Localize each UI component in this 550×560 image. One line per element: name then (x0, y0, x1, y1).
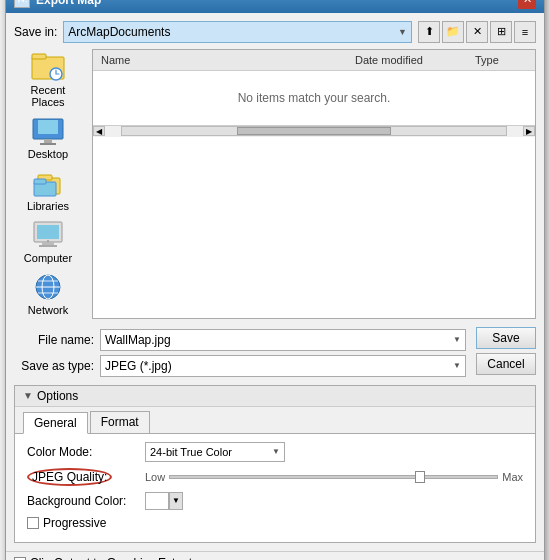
sidebar-item-label: Network (28, 304, 68, 316)
file-name-arrow: ▼ (453, 335, 461, 344)
export-map-dialog: 🗺 Export Map ✕ Save in: ArcMapDocuments … (5, 0, 545, 560)
sidebar-item-desktop[interactable]: Desktop (14, 113, 82, 163)
save-in-arrow: ▼ (398, 27, 407, 37)
background-color-row: Background Color: ▼ (27, 492, 523, 510)
options-label: Options (37, 389, 78, 403)
sidebar-item-label: Libraries (27, 200, 69, 212)
filename-and-saveas: File name: WallMap.jpg ▼ Save as type: J… (14, 325, 466, 377)
file-name-row: File name: WallMap.jpg ▼ (14, 329, 466, 351)
color-mode-select[interactable]: 24-bit True Color ▼ (145, 442, 285, 462)
column-type: Type (471, 52, 531, 68)
color-mode-value: 24-bit True Color (150, 446, 232, 458)
svg-rect-6 (40, 143, 56, 145)
tab-general[interactable]: General (23, 412, 88, 434)
file-list-body: No items match your search. (93, 71, 535, 125)
svg-rect-14 (39, 245, 57, 247)
jpeg-quality-label: JPEG Quality: (27, 468, 137, 486)
libraries-icon (30, 168, 66, 198)
new-folder-button[interactable]: 📁 (442, 21, 464, 43)
scroll-left-button[interactable]: ◀ (93, 126, 105, 136)
file-list-area: Name Date modified Type No items match y… (92, 49, 536, 319)
clip-output-checkbox[interactable] (14, 557, 26, 561)
file-name-value: WallMap.jpg (105, 333, 171, 347)
sidebar-item-label: Desktop (28, 148, 68, 160)
nav-up-button[interactable]: ⬆ (418, 21, 440, 43)
background-color-picker: ▼ (145, 492, 183, 510)
save-button[interactable]: Save (476, 327, 536, 349)
scrollbar-thumb[interactable] (237, 127, 391, 135)
sidebar-item-network[interactable]: Network (14, 269, 82, 319)
sidebar: Recent Places Desktop (14, 49, 86, 319)
file-name-input[interactable]: WallMap.jpg ▼ (100, 329, 466, 351)
view-button[interactable]: ⊞ (490, 21, 512, 43)
horizontal-scrollbar[interactable]: ◀ ▶ (93, 125, 535, 137)
save-as-row: Save as type: JPEG (*.jpg) ▼ (14, 355, 466, 377)
color-swatch[interactable] (145, 492, 169, 510)
dialog-title: Export Map (36, 0, 101, 7)
save-in-row: Save in: ArcMapDocuments ▼ ⬆ 📁 ✕ ⊞ ≡ (14, 21, 536, 43)
dialog-body: Save in: ArcMapDocuments ▼ ⬆ 📁 ✕ ⊞ ≡ (6, 13, 544, 551)
progressive-label: Progressive (43, 516, 106, 530)
svg-rect-10 (34, 179, 46, 184)
sidebar-item-computer[interactable]: Computer (14, 217, 82, 267)
svg-rect-12 (37, 225, 59, 239)
action-buttons: Save Cancel (476, 327, 536, 375)
file-list-header: Name Date modified Type (93, 50, 535, 71)
svg-point-15 (47, 240, 49, 242)
desktop-icon (30, 116, 66, 146)
jpeg-quality-slider: Low Max (145, 471, 523, 483)
jpeg-quality-oval: JPEG Quality: (27, 468, 112, 486)
svg-rect-5 (44, 139, 52, 143)
sidebar-item-label: Computer (24, 252, 72, 264)
file-name-label: File name: (14, 333, 94, 347)
network-icon (30, 272, 66, 302)
color-mode-row: Color Mode: 24-bit True Color ▼ (27, 442, 523, 462)
save-in-label: Save in: (14, 25, 57, 39)
slider-thumb[interactable] (415, 471, 425, 483)
save-as-input[interactable]: JPEG (*.jpg) ▼ (100, 355, 466, 377)
dialog-icon: 🗺 (14, 0, 30, 8)
options-toggle[interactable]: ▼ (23, 390, 33, 401)
scrollbar-track (121, 126, 507, 136)
slider-max-label: Max (502, 471, 523, 483)
close-button[interactable]: ✕ (518, 0, 536, 9)
scroll-right-button[interactable]: ▶ (523, 126, 535, 136)
svg-rect-1 (32, 54, 46, 59)
sidebar-item-label: Recent Places (16, 84, 80, 108)
save-as-label: Save as type: (14, 359, 94, 373)
tab-format[interactable]: Format (90, 411, 150, 433)
slider-track[interactable] (169, 475, 498, 479)
title-bar: 🗺 Export Map ✕ (6, 0, 544, 13)
delete-button[interactable]: ✕ (466, 21, 488, 43)
tools-button[interactable]: ≡ (514, 21, 536, 43)
color-mode-label: Color Mode: (27, 445, 137, 459)
background-color-label: Background Color: (27, 494, 137, 508)
sidebar-item-libraries[interactable]: Libraries (14, 165, 82, 215)
save-as-arrow: ▼ (453, 361, 461, 370)
column-name: Name (97, 52, 351, 68)
options-section: ▼ Options General Format Color Mode: 24-… (14, 385, 536, 543)
column-date: Date modified (351, 52, 471, 68)
save-in-combo[interactable]: ArcMapDocuments ▼ (63, 21, 412, 43)
clip-output-label: Clip Output to Graphics Extent (30, 556, 192, 561)
options-content: Color Mode: 24-bit True Color ▼ JPEG Qua… (15, 434, 535, 542)
jpeg-quality-row: JPEG Quality: Low Max (27, 468, 523, 486)
cancel-button[interactable]: Cancel (476, 353, 536, 375)
slider-low-label: Low (145, 471, 165, 483)
empty-message: No items match your search. (238, 91, 391, 105)
progressive-row: Progressive (27, 516, 523, 530)
options-header: ▼ Options (15, 386, 535, 407)
save-as-value: JPEG (*.jpg) (105, 359, 172, 373)
tabs-row: General Format (15, 407, 535, 434)
title-bar-left: 🗺 Export Map (14, 0, 101, 8)
save-in-value: ArcMapDocuments (68, 25, 170, 39)
bottom-bar: Clip Output to Graphics Extent (6, 551, 544, 561)
color-mode-arrow: ▼ (272, 447, 280, 456)
progressive-checkbox[interactable] (27, 517, 39, 529)
main-area: Recent Places Desktop (14, 49, 536, 319)
color-dropdown-btn[interactable]: ▼ (169, 492, 183, 510)
toolbar-icons: ⬆ 📁 ✕ ⊞ ≡ (418, 21, 536, 43)
sidebar-item-recent-places[interactable]: Recent Places (14, 49, 82, 111)
computer-icon (30, 220, 66, 250)
svg-rect-13 (42, 242, 54, 245)
